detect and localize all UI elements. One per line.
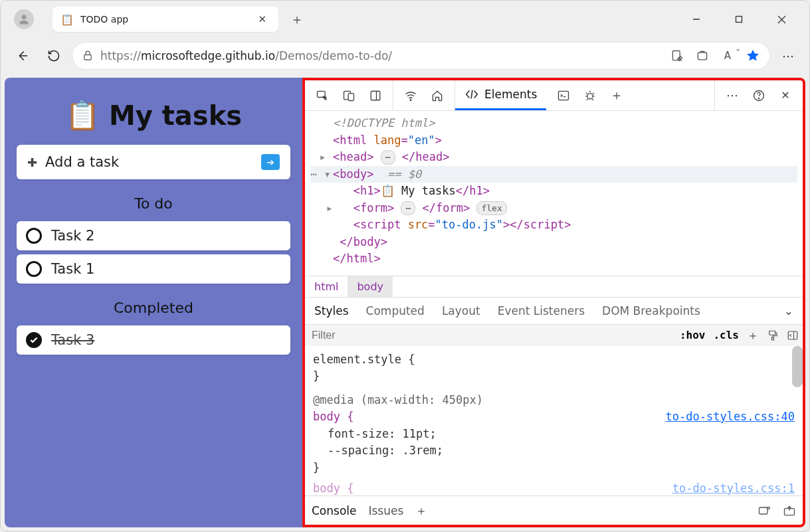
plus-icon: ✚ <box>27 155 37 169</box>
refresh-button[interactable] <box>41 43 67 69</box>
url-host: microsoftedge.github.io <box>141 49 275 62</box>
app-icon[interactable] <box>695 48 710 63</box>
doctype-node: <!DOCTYPE html> <box>333 116 435 130</box>
devtools-drawer: Console Issues ＋ <box>305 495 803 525</box>
task-checkbox[interactable] <box>26 332 42 348</box>
maximize-button[interactable] <box>724 9 754 30</box>
add-tab-icon[interactable]: ＋ <box>603 86 630 104</box>
inspect-icon[interactable] <box>309 89 336 102</box>
task-checkbox[interactable] <box>26 228 42 244</box>
tab-computed[interactable]: Computed <box>366 304 425 317</box>
svg-line-14 <box>471 90 472 99</box>
dom-breadcrumb[interactable]: html body <box>305 276 803 297</box>
ellipsis-badge: ⋯ <box>401 201 415 216</box>
chevron-down-icon[interactable]: ⌄ <box>784 304 793 317</box>
device-toggle-icon[interactable] <box>336 89 362 102</box>
hov-button[interactable]: :hov <box>680 329 706 341</box>
read-aloud-icon[interactable]: A༄ <box>720 48 735 63</box>
tab-dom-breakpoints[interactable]: DOM Breakpoints <box>602 304 700 317</box>
svg-rect-21 <box>772 337 774 340</box>
edit-page-icon[interactable] <box>670 48 684 63</box>
title-text: My tasks <box>109 100 242 131</box>
stylesheet-link[interactable]: to-do-styles.css:40 <box>666 408 795 426</box>
todo-app: 📋 My tasks ✚ Add a task ➔ To do Task 2 T… <box>5 78 302 527</box>
task-row[interactable]: Task 1 <box>17 254 290 284</box>
toggle-sidebar-icon[interactable] <box>787 329 799 341</box>
window-controls <box>682 9 796 30</box>
section-todo-heading: To do <box>17 195 290 212</box>
task-row[interactable]: Task 3 <box>17 325 290 355</box>
drawer-issues-tab[interactable]: Issues <box>369 504 404 517</box>
svg-rect-11 <box>371 91 380 100</box>
scrollbar-thumb[interactable] <box>792 346 803 387</box>
styles-toolbar: :hov .cls ＋ <box>305 324 803 346</box>
drawer-add-tab-icon[interactable]: ＋ <box>415 503 427 519</box>
clipboard-icon: 📋 <box>65 99 100 132</box>
svg-rect-5 <box>84 55 92 60</box>
address-url: https://microsoftedge.github.io/Demos/de… <box>100 49 663 62</box>
new-style-rule-icon[interactable]: ＋ <box>747 327 759 343</box>
svg-point-25 <box>767 507 769 509</box>
url-scheme: https:// <box>100 49 141 62</box>
minimize-button[interactable] <box>682 9 711 30</box>
flex-badge[interactable]: flex <box>476 201 506 216</box>
add-task-field[interactable]: ✚ Add a task ➔ <box>17 145 290 179</box>
tab-elements[interactable]: Elements <box>455 80 546 110</box>
welcome-icon[interactable] <box>424 89 451 102</box>
svg-rect-7 <box>698 52 706 60</box>
browser-menu-button[interactable]: ⋯ <box>775 49 801 63</box>
content-area: 📋 My tasks ✚ Add a task ➔ To do Task 2 T… <box>1 74 809 531</box>
tab-layout[interactable]: Layout <box>442 304 480 317</box>
svg-rect-24 <box>759 507 768 514</box>
debug-icon[interactable] <box>577 89 603 102</box>
submit-task-button[interactable]: ➔ <box>261 154 280 170</box>
back-button[interactable] <box>9 43 35 69</box>
address-bar[interactable]: https://microsoftedge.github.io/Demos/de… <box>72 43 769 69</box>
network-conditions-icon[interactable] <box>397 89 424 102</box>
browser-titlebar: 📋 TODO app ✕ ＋ <box>1 1 809 38</box>
help-icon[interactable] <box>746 89 772 102</box>
section-completed-heading: Completed <box>17 300 290 316</box>
svg-rect-2 <box>736 17 742 23</box>
tab-elements-label: Elements <box>484 88 537 101</box>
devtools-close-icon[interactable]: ✕ <box>772 89 799 102</box>
todo-list: Task 2 Task 1 <box>17 221 290 284</box>
svg-rect-10 <box>348 93 354 100</box>
window-close-button[interactable] <box>767 9 796 30</box>
drawer-film-icon[interactable] <box>758 504 771 517</box>
task-name: Task 1 <box>51 261 94 277</box>
ellipsis-badge: ⋯ <box>381 150 395 165</box>
dock-icon[interactable] <box>362 90 389 102</box>
site-lock-icon[interactable] <box>82 50 94 62</box>
add-task-label: Add a task <box>45 154 253 170</box>
tab-event-listeners[interactable]: Event Listeners <box>498 304 585 317</box>
crumb-body[interactable]: body <box>348 276 393 297</box>
svg-point-0 <box>22 15 27 19</box>
svg-point-13 <box>410 99 411 100</box>
new-tab-button[interactable]: ＋ <box>285 7 309 31</box>
tab-styles[interactable]: Styles <box>314 304 349 317</box>
drawer-console-tab[interactable]: Console <box>312 504 357 517</box>
task-name: Task 2 <box>51 228 94 244</box>
completed-list: Task 3 <box>17 325 290 355</box>
drawer-expand-icon[interactable] <box>783 504 796 517</box>
favorite-star-icon[interactable] <box>746 48 760 63</box>
console-tab-icon[interactable] <box>550 89 577 102</box>
devtools-menu-icon[interactable]: ⋯ <box>719 88 746 102</box>
cls-button[interactable]: .cls <box>713 329 739 341</box>
stylesheet-link[interactable]: to-do-styles.css:1 <box>672 480 795 495</box>
svg-rect-6 <box>672 51 680 60</box>
task-row[interactable]: Task 2 <box>17 221 290 250</box>
styles-filter-input[interactable] <box>312 329 672 341</box>
task-checkbox[interactable] <box>26 261 42 277</box>
tab-close-icon[interactable]: ✕ <box>254 11 270 27</box>
styles-tabbar: Styles Computed Layout Event Listeners D… <box>305 297 803 324</box>
paint-icon[interactable] <box>767 329 779 341</box>
profile-avatar[interactable] <box>14 9 34 29</box>
devtools-panel: Elements ＋ ⋯ ✕ <!DOCTYPE html> <html lan… <box>302 78 805 527</box>
styles-rules[interactable]: element.style { } @media (max-width: 450… <box>305 346 803 496</box>
dom-tree[interactable]: <!DOCTYPE html> <html lang="en"> ▸ <head… <box>305 111 803 276</box>
crumb-html[interactable]: html <box>305 276 348 297</box>
devtools-tabbar: Elements ＋ ⋯ ✕ <box>305 80 803 111</box>
browser-tab[interactable]: 📋 TODO app ✕ <box>52 7 278 32</box>
